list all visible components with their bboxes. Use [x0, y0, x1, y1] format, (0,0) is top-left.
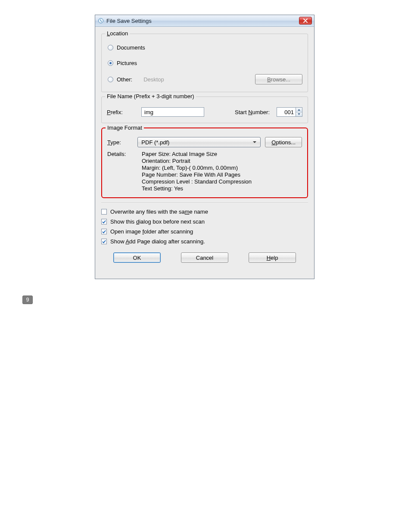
- type-combobox-value: PDF (*.pdf): [141, 139, 251, 146]
- dialog-title: File Save Settings: [106, 18, 299, 24]
- file-save-settings-dialog: File Save Settings Location Documents Pi…: [95, 15, 314, 279]
- radio-pictures[interactable]: [108, 60, 113, 66]
- show-dialog-check-row[interactable]: Show this dialog box before next scan: [101, 218, 308, 225]
- radio-pictures-label: Pictures: [117, 60, 137, 66]
- check-icon: [102, 219, 106, 224]
- location-legend: Location: [105, 30, 130, 37]
- show-dialog-label: Show this dialog box before next scan: [110, 218, 205, 225]
- open-folder-check-row[interactable]: Open image folder after scanning: [101, 228, 308, 235]
- ok-button[interactable]: OK: [113, 252, 161, 263]
- add-page-check-row[interactable]: Show Add Page dialog after scanning.: [101, 238, 308, 245]
- type-combobox[interactable]: PDF (*.pdf): [137, 137, 261, 147]
- app-icon: [98, 18, 104, 24]
- other-path-text: Desktop: [143, 76, 255, 83]
- start-number-value[interactable]: 001: [277, 107, 296, 117]
- radio-other[interactable]: [108, 77, 113, 82]
- location-group: Location Documents Pictures Other: Deskt…: [101, 34, 308, 92]
- spinner-down[interactable]: [296, 112, 302, 117]
- close-icon: [303, 19, 308, 23]
- details-label: Details:: [107, 151, 137, 157]
- add-page-label: Show Add Page dialog after scanning.: [110, 238, 205, 245]
- prefix-input[interactable]: img: [141, 107, 204, 117]
- radio-documents-row[interactable]: Documents: [108, 43, 302, 52]
- add-page-checkbox[interactable]: [101, 239, 107, 244]
- chevron-up-icon: [297, 109, 301, 111]
- browse-button[interactable]: Browse...: [255, 74, 302, 84]
- filename-legend: File Name (Prefix + 3-digit number): [105, 93, 196, 100]
- titlebar: File Save Settings: [95, 15, 314, 27]
- chevron-down-icon: [251, 137, 258, 147]
- start-number-label: Start Number:: [235, 109, 270, 115]
- image-format-legend: Image Format: [106, 124, 144, 131]
- options-button[interactable]: Options...: [265, 137, 302, 147]
- details-text: Paper Size: Actual Image Size Orientatio…: [142, 151, 252, 192]
- type-label: Type:: [107, 139, 133, 146]
- radio-documents-label: Documents: [117, 44, 145, 51]
- radio-documents[interactable]: [108, 45, 113, 50]
- cancel-button[interactable]: Cancel: [181, 252, 228, 263]
- separator: [101, 202, 308, 203]
- help-button[interactable]: Help: [249, 252, 296, 263]
- image-format-group: Image Format Type: PDF (*.pdf) Options..…: [101, 128, 308, 198]
- prefix-label: Prefix:: [107, 109, 137, 115]
- step-badge: 9: [22, 296, 33, 304]
- open-folder-label: Open image folder after scanning: [110, 228, 193, 235]
- radio-other-label: Other:: [117, 76, 132, 83]
- overwrite-checkbox[interactable]: [101, 209, 107, 215]
- check-icon: [102, 239, 106, 244]
- radio-pictures-row[interactable]: Pictures: [108, 58, 302, 68]
- filename-group: File Name (Prefix + 3-digit number) Pref…: [101, 96, 308, 123]
- start-number-spinner[interactable]: 001: [277, 107, 302, 117]
- close-button[interactable]: [299, 17, 312, 25]
- chevron-down-icon: [297, 113, 301, 115]
- overwrite-check-row[interactable]: Overwrite any files with the same name: [101, 208, 308, 215]
- spinner-up[interactable]: [296, 108, 302, 112]
- overwrite-label: Overwrite any files with the same name: [110, 208, 208, 215]
- open-folder-checkbox[interactable]: [101, 229, 107, 234]
- check-icon: [102, 229, 106, 234]
- show-dialog-checkbox[interactable]: [101, 219, 107, 224]
